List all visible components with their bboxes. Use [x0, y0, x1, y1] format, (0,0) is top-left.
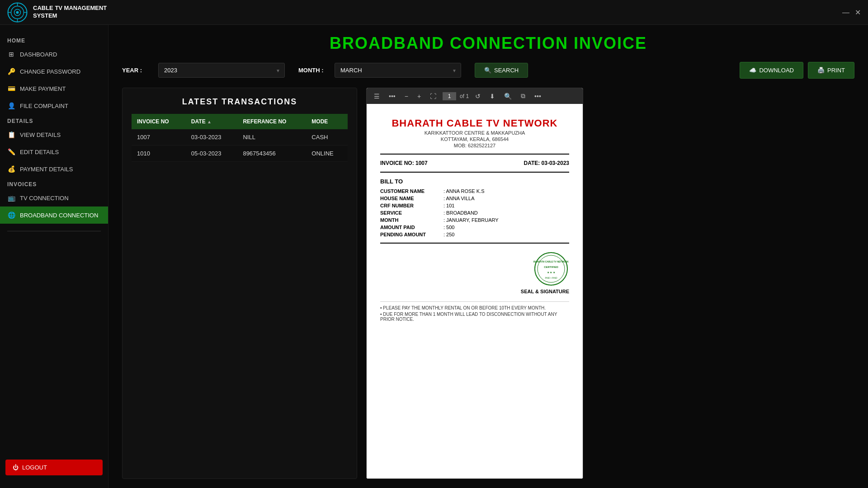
sidebar-section-details: DETAILS 📋 VIEW DETAILS ✏️ EDIT DETAILS 💰… [0, 114, 108, 178]
logout-icon: ⏻ [13, 464, 19, 471]
main-layout: HOME ⊞ DASHBOARD 🔑 CHANGE PASSWORD 💳 MAK… [0, 25, 868, 488]
invoice-company-sub2: KOTTAYAM, KERALA, 686544 [380, 136, 569, 142]
sidebar-item-edit-details[interactable]: ✏️ EDIT DETAILS [0, 143, 108, 160]
sidebar-view-details-label: VIEW DETAILS [20, 131, 61, 138]
table-cell-ref_no: 8967543456 [237, 145, 306, 162]
sidebar-dashboard-label: DASHBOARD [20, 51, 57, 58]
sidebar-item-change-password[interactable]: 🔑 CHANGE PASSWORD [0, 63, 108, 80]
download-label: DOWNLOAD [759, 67, 794, 74]
invoice-field-val: : BROADBAND [443, 210, 478, 216]
payment-icon: 💳 [7, 84, 15, 93]
print-button[interactable]: 🖨️ PRINT [808, 62, 854, 79]
tv-icon: 📺 [7, 194, 15, 202]
complaint-icon: 👤 [7, 102, 15, 110]
invoice-fields: CUSTOMER NAME: ANNA ROSE K.SHOUSE NAME: … [380, 188, 569, 237]
minimize-button[interactable]: — [842, 8, 849, 17]
sidebar-item-broadband-connection[interactable]: 🌐 BROADBAND CONNECTION [0, 206, 108, 224]
invoice-field-val: : 500 [443, 225, 454, 230]
search-button[interactable]: 🔍 SEARCH [475, 63, 528, 78]
sidebar-item-view-details[interactable]: 📋 VIEW DETAILS [0, 126, 108, 143]
view-icon: 📋 [7, 131, 15, 139]
table-cell-invoice_no: 1010 [132, 145, 186, 162]
invoice-more-button[interactable]: ••• [386, 91, 398, 101]
invoice-toolbar: ☰ ••• − + ⛶ of 1 ↺ ⬇ 🔍 ⧉ ••• [367, 88, 583, 104]
broadband-icon: 🌐 [7, 211, 15, 219]
sidebar-item-tv-connection[interactable]: 📺 TV CONNECTION [0, 189, 108, 206]
invoice-rotate-button[interactable]: ↺ [472, 91, 483, 101]
invoice-seal-label: SEAL & SIGNATURE [521, 289, 569, 294]
sort-arrow-date: ▲ [207, 119, 212, 124]
table-cell-mode: ONLINE [306, 145, 348, 162]
invoice-page-info: of 1 [460, 93, 469, 99]
table-row[interactable]: 101005-03-20238967543456ONLINE [132, 145, 348, 162]
invoice-seal-svg: BHARATH CABLE TV NETWORK CERTIFIED ★ ★ ★… [533, 251, 569, 287]
window-controls: — ✕ [842, 8, 861, 17]
invoice-field-key: MONTH [380, 217, 443, 223]
page-title: BROADBAND CONNECTION INVOICE [122, 34, 854, 53]
transactions-panel: LATEST TRANSACTIONS INVOICE NO DATE ▲ [122, 88, 357, 479]
year-select-wrapper: 2021 2022 2023 2024 [158, 63, 285, 78]
year-select[interactable]: 2021 2022 2023 2024 [158, 63, 285, 78]
invoice-company-name: BHARATH CABLE TV NETWORK [380, 117, 569, 129]
sidebar-payment-details-label: PAYMENT DETAILS [20, 166, 73, 173]
download-icon: ☁️ [749, 67, 756, 74]
year-filter: YEAR : 2021 2022 2023 2024 [122, 63, 285, 78]
table-cell-ref_no: NILL [237, 129, 306, 145]
invoice-download-button[interactable]: ⬇ [487, 91, 498, 101]
invoice-zoom-in-button[interactable]: + [415, 91, 424, 101]
sidebar-make-payment-label: MAKE PAYMENT [20, 85, 66, 92]
sidebar-item-file-complaint[interactable]: 👤 FILE COMPLAINT [0, 97, 108, 114]
edit-icon: ✏️ [7, 148, 15, 156]
title-bar: CABLE TV MANAGEMENT SYSTEM — ✕ [0, 0, 868, 25]
invoice-field-val: : ANNA ROSE K.S [443, 188, 484, 194]
invoice-page-number[interactable] [443, 92, 456, 100]
logout-button[interactable]: ⏻ LOGOUT [5, 460, 103, 475]
invoice-menu-button[interactable]: ☰ [371, 91, 382, 101]
payment-details-icon: 💰 [7, 165, 15, 173]
sidebar-item-payment-details[interactable]: 💰 PAYMENT DETAILS [0, 160, 108, 178]
sidebar-file-complaint-label: FILE COMPLAINT [20, 103, 68, 109]
invoice-field-key: HOUSE NAME [380, 196, 443, 201]
invoice-divider-mid [380, 172, 569, 173]
print-icon: 🖨️ [817, 67, 825, 74]
table-row[interactable]: 100703-03-2023NILLCASH [132, 129, 348, 145]
month-select[interactable]: JANUARY FEBRUARY MARCH APRIL MAY JUNE JU… [335, 63, 461, 78]
invoice-divider-bottom [380, 243, 569, 244]
invoice-field-key: AMOUNT PAID [380, 225, 443, 230]
invoice-no-label: INVOICE NO: 1007 [380, 160, 428, 166]
close-button[interactable]: ✕ [855, 8, 861, 17]
sidebar-home-label: HOME [0, 34, 108, 46]
invoice-note: • PLEASE PAY THE MONTHLY RENTAL ON OR BE… [380, 305, 569, 310]
invoice-body: BHARATH CABLE TV NETWORK KARIKKATTOOR CE… [367, 104, 583, 479]
app-title: CABLE TV MANAGEMENT SYSTEM [33, 5, 107, 20]
invoice-field-row: HOUSE NAME: ANNA VILLA [380, 196, 569, 201]
content-split: LATEST TRANSACTIONS INVOICE NO DATE ▲ [122, 88, 854, 479]
invoice-search-button[interactable]: 🔍 [501, 91, 514, 101]
invoice-field-val: : 250 [443, 232, 454, 237]
month-filter: MONTH : JANUARY FEBRUARY MARCH APRIL MAY… [298, 63, 461, 78]
invoice-field-key: CRF NUMBER [380, 203, 443, 208]
invoice-company-mob: MOB: 6282522127 [380, 143, 569, 148]
sidebar-section-invoices: INVOICES 📺 TV CONNECTION 🌐 BROADBAND CON… [0, 178, 108, 224]
sidebar-item-dashboard[interactable]: ⊞ DASHBOARD [0, 46, 108, 63]
sidebar-change-password-label: CHANGE PASSWORD [20, 68, 80, 75]
table-cell-invoice_no: 1007 [132, 129, 186, 145]
invoice-field-val: : JANUARY, FEBRUARY [443, 217, 499, 223]
invoice-split-button[interactable]: ⧉ [518, 91, 528, 101]
download-button[interactable]: ☁️ DOWNLOAD [740, 62, 803, 79]
invoice-field-val: : 101 [443, 203, 454, 208]
invoice-field-row: CRF NUMBER: 101 [380, 203, 569, 208]
sidebar-tv-connection-label: TV CONNECTION [20, 195, 69, 202]
invoice-field-row: MONTH: JANUARY, FEBRUARY [380, 217, 569, 223]
month-label: MONTH : [298, 67, 330, 74]
svg-point-3 [16, 11, 19, 14]
sidebar-divider [7, 231, 101, 231]
invoice-notes: • PLEASE PAY THE MONTHLY RENTAL ON OR BE… [380, 301, 569, 322]
invoice-fit-button[interactable]: ⛶ [427, 91, 439, 101]
table-cell-mode: CASH [306, 129, 348, 145]
sidebar-item-make-payment[interactable]: 💳 MAKE PAYMENT [0, 80, 108, 97]
invoice-divider-top [380, 154, 569, 155]
invoice-field-key: PENDING AMOUNT [380, 232, 443, 237]
invoice-zoom-out-button[interactable]: − [402, 91, 411, 101]
invoice-options-button[interactable]: ••• [532, 91, 544, 101]
